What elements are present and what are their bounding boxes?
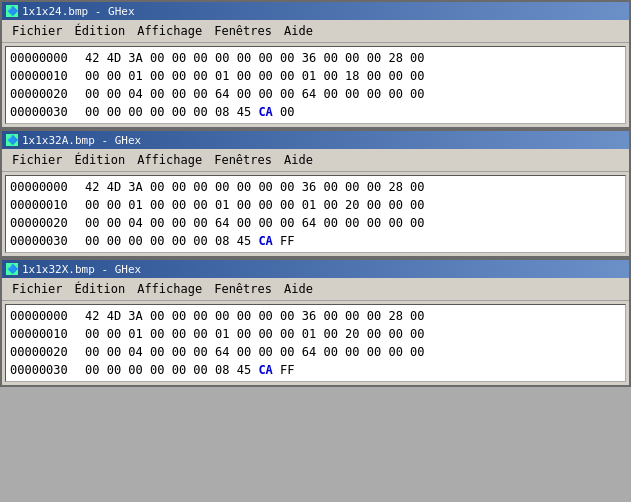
- table-row: 0000003000 00 00 00 00 00 08 45 CA FF: [10, 361, 621, 379]
- menu-item-fichier[interactable]: Fichier: [6, 280, 69, 298]
- highlighted-byte: CA: [258, 105, 272, 119]
- window-win2: 🔷1x1x32A.bmp - GHexFichierÉditionAfficha…: [0, 129, 631, 258]
- table-row: 0000001000 00 01 00 00 00 01 00 00 00 01…: [10, 67, 621, 85]
- menu-bar: FichierÉditionAffichageFenêtresAide: [2, 278, 629, 301]
- hex-address: 00000000: [10, 49, 85, 67]
- title-bar: 🔷1x1x24.bmp - GHex: [2, 2, 629, 20]
- hex-address: 00000020: [10, 214, 85, 232]
- window-title: 1x1x24.bmp - GHex: [22, 5, 135, 18]
- menu-item-fichier[interactable]: Fichier: [6, 151, 69, 169]
- table-row: 0000002000 00 04 00 00 00 64 00 00 00 64…: [10, 343, 621, 361]
- hex-bytes: 42 4D 3A 00 00 00 00 00 00 00 36 00 00 0…: [85, 178, 425, 196]
- hex-bytes: 00 00 00 00 00 00 08 45 CA FF: [85, 361, 295, 379]
- hex-bytes: 00 00 01 00 00 00 01 00 00 00 01 00 20 0…: [85, 325, 425, 343]
- hex-address: 00000010: [10, 67, 85, 85]
- window-icon: 🔷: [6, 5, 18, 17]
- hex-bytes: 42 4D 3A 00 00 00 00 00 00 00 36 00 00 0…: [85, 307, 425, 325]
- hex-address: 00000030: [10, 232, 85, 250]
- hex-content: 0000000042 4D 3A 00 00 00 00 00 00 00 36…: [5, 175, 626, 253]
- hex-bytes: 00 00 00 00 00 00 08 45 CA FF: [85, 232, 295, 250]
- hex-bytes: 00 00 00 00 00 00 08 45 CA 00: [85, 103, 295, 121]
- menu-item-fenêtres[interactable]: Fenêtres: [208, 22, 278, 40]
- menu-bar: FichierÉditionAffichageFenêtresAide: [2, 149, 629, 172]
- table-row: 0000000042 4D 3A 00 00 00 00 00 00 00 36…: [10, 49, 621, 67]
- title-bar: 🔷1x1x32A.bmp - GHex: [2, 131, 629, 149]
- highlighted-byte: CA: [258, 234, 272, 248]
- window-icon: 🔷: [6, 263, 18, 275]
- window-win1: 🔷1x1x24.bmp - GHexFichierÉditionAffichag…: [0, 0, 631, 129]
- highlighted-byte: CA: [258, 363, 272, 377]
- hex-content: 0000000042 4D 3A 00 00 00 00 00 00 00 36…: [5, 46, 626, 124]
- hex-bytes: 00 00 04 00 00 00 64 00 00 00 64 00 00 0…: [85, 214, 425, 232]
- title-bar: 🔷1x1x32X.bmp - GHex: [2, 260, 629, 278]
- window-title: 1x1x32X.bmp - GHex: [22, 263, 141, 276]
- table-row: 0000000042 4D 3A 00 00 00 00 00 00 00 36…: [10, 178, 621, 196]
- menu-item-édition[interactable]: Édition: [69, 151, 132, 169]
- hex-address: 00000010: [10, 325, 85, 343]
- hex-address: 00000030: [10, 361, 85, 379]
- table-row: 0000001000 00 01 00 00 00 01 00 00 00 01…: [10, 325, 621, 343]
- menu-item-fichier[interactable]: Fichier: [6, 22, 69, 40]
- menu-item-fenêtres[interactable]: Fenêtres: [208, 151, 278, 169]
- menu-item-aide[interactable]: Aide: [278, 280, 319, 298]
- hex-bytes: 00 00 01 00 00 00 01 00 00 00 01 00 18 0…: [85, 67, 425, 85]
- menu-item-aide[interactable]: Aide: [278, 22, 319, 40]
- hex-address: 00000000: [10, 307, 85, 325]
- menu-item-fenêtres[interactable]: Fenêtres: [208, 280, 278, 298]
- table-row: 0000003000 00 00 00 00 00 08 45 CA FF: [10, 232, 621, 250]
- menu-item-édition[interactable]: Édition: [69, 22, 132, 40]
- window-icon: 🔷: [6, 134, 18, 146]
- menu-item-affichage[interactable]: Affichage: [131, 280, 208, 298]
- menu-bar: FichierÉditionAffichageFenêtresAide: [2, 20, 629, 43]
- table-row: 0000002000 00 04 00 00 00 64 00 00 00 64…: [10, 214, 621, 232]
- window-win3: 🔷1x1x32X.bmp - GHexFichierÉditionAfficha…: [0, 258, 631, 387]
- hex-address: 00000000: [10, 178, 85, 196]
- hex-address: 00000020: [10, 85, 85, 103]
- hex-address: 00000010: [10, 196, 85, 214]
- table-row: 0000002000 00 04 00 00 00 64 00 00 00 64…: [10, 85, 621, 103]
- menu-item-affichage[interactable]: Affichage: [131, 151, 208, 169]
- hex-bytes: 00 00 04 00 00 00 64 00 00 00 64 00 00 0…: [85, 85, 425, 103]
- table-row: 0000003000 00 00 00 00 00 08 45 CA 00: [10, 103, 621, 121]
- hex-content: 0000000042 4D 3A 00 00 00 00 00 00 00 36…: [5, 304, 626, 382]
- menu-item-aide[interactable]: Aide: [278, 151, 319, 169]
- window-title: 1x1x32A.bmp - GHex: [22, 134, 141, 147]
- hex-address: 00000020: [10, 343, 85, 361]
- hex-bytes: 00 00 01 00 00 00 01 00 00 00 01 00 20 0…: [85, 196, 425, 214]
- hex-address: 00000030: [10, 103, 85, 121]
- hex-bytes: 42 4D 3A 00 00 00 00 00 00 00 36 00 00 0…: [85, 49, 425, 67]
- hex-bytes: 00 00 04 00 00 00 64 00 00 00 64 00 00 0…: [85, 343, 425, 361]
- menu-item-édition[interactable]: Édition: [69, 280, 132, 298]
- menu-item-affichage[interactable]: Affichage: [131, 22, 208, 40]
- table-row: 0000000042 4D 3A 00 00 00 00 00 00 00 36…: [10, 307, 621, 325]
- table-row: 0000001000 00 01 00 00 00 01 00 00 00 01…: [10, 196, 621, 214]
